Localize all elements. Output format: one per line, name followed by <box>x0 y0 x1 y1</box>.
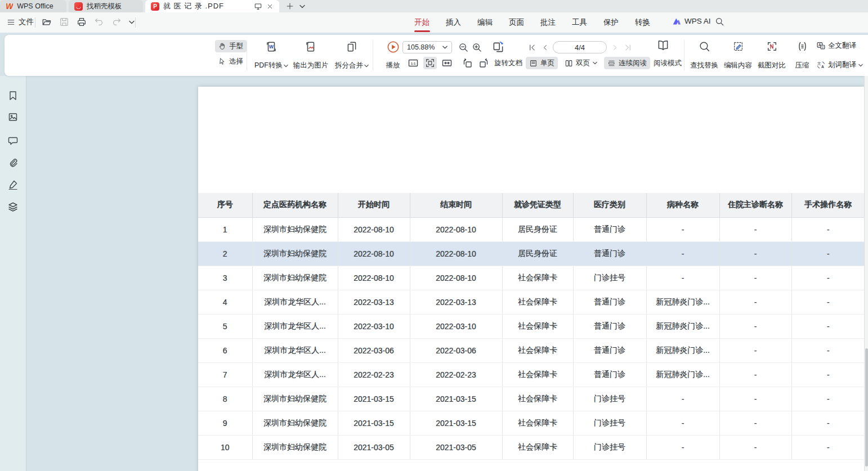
tab-document[interactable]: P 就 医 记 录 .PDF <box>145 0 279 12</box>
split-merge-button[interactable]: 拆分合并 <box>331 40 373 71</box>
find-replace-button[interactable]: 查找替换 <box>688 40 721 71</box>
hand-tool-label: 手型 <box>229 42 243 51</box>
save-icon[interactable] <box>59 17 69 27</box>
vertical-scrollbar[interactable] <box>864 76 868 471</box>
menu-转换[interactable]: 转换 <box>635 17 650 28</box>
screenshot-compare-button[interactable]: 截图对比 <box>755 40 788 71</box>
screenshot-compare-icon <box>766 41 778 52</box>
table-row: 9深圳市妇幼保健院2021-03-152021-03-15社会保障卡门诊挂号--… <box>198 411 865 435</box>
table-body: 1深圳市妇幼保健院2022-08-102022-08-10居民身份证普通门诊--… <box>198 217 865 459</box>
zoom-out-button[interactable] <box>457 41 470 53</box>
table-cell: 社会保障卡 <box>502 314 573 338</box>
continuous-read-label: 连续阅读 <box>619 59 647 68</box>
play-icon <box>387 41 400 53</box>
thumbnail-icon[interactable] <box>7 111 19 123</box>
page-number-input[interactable] <box>553 41 607 53</box>
hand-tool-button[interactable]: 手型 <box>215 40 247 52</box>
table-cell: - <box>791 314 865 338</box>
zoom-out-icon <box>458 42 469 53</box>
table-cell: 深圳市龙华区人... <box>252 290 338 314</box>
word-translate-button[interactable]: 文A 划词翻译 <box>816 60 868 70</box>
new-tab-button[interactable] <box>285 1 295 11</box>
search-button[interactable] <box>715 17 724 26</box>
export-image-button[interactable]: 输出为图片 <box>290 40 331 71</box>
table-header-cell: 病种名称 <box>646 193 719 217</box>
table-cell: - <box>646 241 719 266</box>
edit-content-button[interactable]: 编辑内容 <box>722 40 754 71</box>
read-mode-label[interactable]: 阅读模式 <box>654 59 682 68</box>
pdf-page: 序号定点医药机构名称开始时间结束时间就诊凭证类型医疗类别病种名称住院主诊断名称手… <box>198 87 865 471</box>
prev-page-icon <box>542 44 549 51</box>
tab-wps-office[interactable]: W WPS Office <box>0 0 66 12</box>
full-translate-button[interactable]: A文 全文翻译 <box>816 41 868 51</box>
fit-width-icon <box>441 57 453 69</box>
menu-开始[interactable]: 开始 <box>414 17 429 28</box>
hand-icon <box>218 42 226 50</box>
table-row: 1深圳市妇幼保健院2022-08-102022-08-10居民身份证普通门诊--… <box>198 217 865 241</box>
plus-icon <box>286 2 294 10</box>
chevron-down-icon <box>299 5 305 8</box>
menu-插入[interactable]: 插入 <box>446 17 461 28</box>
menu-保护[interactable]: 保护 <box>603 17 619 28</box>
pdf-convert-button[interactable]: W PDF转换 <box>252 40 290 71</box>
table-cell: - <box>791 387 865 411</box>
signature-icon[interactable] <box>7 179 19 190</box>
menu-工具[interactable]: 工具 <box>572 17 587 28</box>
zoom-level-select[interactable]: 105.88% <box>402 41 452 53</box>
continuous-read-button[interactable]: 连续阅读 <box>604 57 650 69</box>
menu-编辑[interactable]: 编辑 <box>477 17 493 28</box>
select-tool-button[interactable]: 选择 <box>215 55 247 68</box>
first-page-button[interactable] <box>527 41 537 53</box>
close-icon[interactable] <box>266 3 274 10</box>
wps-ai-button[interactable]: WPS AI <box>672 17 711 25</box>
menu-批注[interactable]: 批注 <box>540 17 556 28</box>
actual-size-button[interactable]: 1:1 <box>406 57 420 69</box>
folder-open-icon[interactable] <box>42 17 52 27</box>
next-page-button[interactable] <box>610 41 620 53</box>
menu-页面[interactable]: 页面 <box>509 17 524 28</box>
double-page-button[interactable]: 双页 <box>561 57 601 69</box>
comment-icon[interactable] <box>7 135 19 146</box>
table-cell: - <box>791 338 865 362</box>
word-translate-icon: 文A <box>816 60 826 70</box>
table-cell: 2021-03-15 <box>410 411 502 435</box>
prev-page-button[interactable] <box>540 41 550 53</box>
layers-icon[interactable] <box>7 201 19 213</box>
tab-docer-templates[interactable]: ◡ 找稻壳模板 <box>69 0 143 12</box>
table-cell: - <box>719 314 791 338</box>
zoom-in-button[interactable] <box>470 41 484 53</box>
attachment-icon[interactable] <box>7 158 19 169</box>
table-cell: 社会保障卡 <box>502 266 573 290</box>
table-cell: 2022-08-10 <box>338 266 410 290</box>
pdf-convert-label: PDF转换 <box>254 61 283 70</box>
read-mode-button[interactable] <box>656 39 670 52</box>
last-page-button[interactable] <box>623 41 633 53</box>
undo-icon[interactable] <box>94 17 104 27</box>
rotate-doc-label[interactable]: 旋转文档 <box>494 59 522 68</box>
redo-icon[interactable] <box>111 17 122 27</box>
compress-button[interactable]: 压缩 <box>789 40 815 71</box>
menu-bar: 文件 开始插入编辑页面批注工具保护转换 WPS AI <box>0 12 868 33</box>
table-cell: - <box>646 266 719 290</box>
table-cell: 9 <box>198 411 252 435</box>
print-icon[interactable] <box>77 17 87 27</box>
replace-pages-button[interactable] <box>491 41 505 53</box>
medical-records-table: 序号定点医药机构名称开始时间结束时间就诊凭证类型医疗类别病种名称住院主诊断名称手… <box>198 193 865 460</box>
table-header-cell: 序号 <box>198 193 252 217</box>
fit-page-button[interactable] <box>423 57 437 69</box>
fit-width-button[interactable] <box>440 57 454 69</box>
file-menu[interactable]: 文件 <box>7 17 34 27</box>
bookmark-icon[interactable] <box>7 90 19 101</box>
single-page-button[interactable]: 单页 <box>526 57 558 69</box>
rotate-left-button[interactable] <box>460 57 474 69</box>
scrollbar-thumb[interactable] <box>865 348 868 466</box>
chevron-down-icon[interactable] <box>129 20 135 24</box>
tab-list-button[interactable] <box>297 1 307 11</box>
table-cell: 4 <box>198 290 252 314</box>
quick-access-toolbar <box>42 17 135 27</box>
divider <box>135 17 136 28</box>
pages-refresh-icon <box>491 41 505 54</box>
table-cell: 深圳市妇幼保健院 <box>252 387 338 411</box>
rotate-right-button[interactable] <box>477 57 491 69</box>
monitor-icon[interactable] <box>254 2 262 11</box>
